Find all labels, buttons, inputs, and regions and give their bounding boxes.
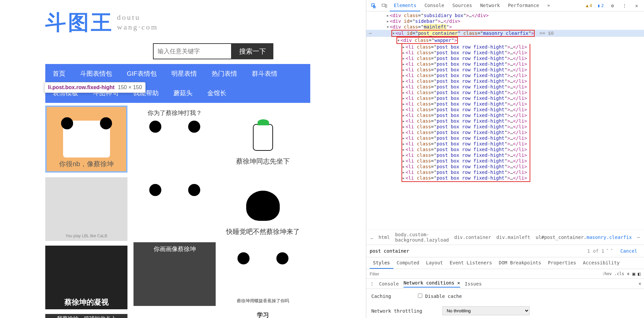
kebab-icon[interactable]: ⋮ xyxy=(619,1,630,10)
list-item[interactable]: 你很nb，像蔡徐坤 xyxy=(45,106,127,173)
find-result: 1 of 1 xyxy=(587,248,604,254)
search-input[interactable] xyxy=(153,43,232,59)
caching-label: Caching xyxy=(371,294,391,299)
caching-row: Caching Disable cache xyxy=(366,289,644,304)
tab-console[interactable]: Console xyxy=(420,0,448,11)
throttling-label: Network throttling xyxy=(371,308,422,314)
meme-image-icon xyxy=(151,187,198,224)
hov-toggle[interactable]: :hov xyxy=(602,271,612,276)
meme-image-icon xyxy=(239,256,286,293)
tooltip-selector: li.post.box.row.fixed-hight xyxy=(48,84,115,90)
tab-network[interactable]: Network xyxy=(476,0,504,11)
tab-accessibility[interactable]: Accessibility xyxy=(580,257,623,269)
gear-icon[interactable]: ⚙ xyxy=(607,1,618,10)
close-tab-icon[interactable]: ✕ xyxy=(457,280,460,285)
styles-filter-row: :hov .cls + ▣ ◧ xyxy=(366,269,644,279)
list-item[interactable]: You play LBL like CaLB xyxy=(45,177,127,241)
list-item[interactable]: 你为了蔡徐坤打我？ xyxy=(133,106,216,169)
svg-rect-0 xyxy=(382,4,385,6)
nav-doutu[interactable]: 斗图表情包 xyxy=(73,64,119,83)
find-next-icon[interactable]: ˅ xyxy=(610,248,613,254)
tab-computed[interactable]: Computed xyxy=(393,257,423,269)
devtools-top-bar: Elements Console Sources Network Perform… xyxy=(366,0,644,11)
meme-image-icon xyxy=(63,121,110,157)
drawer-tab-console[interactable]: Console xyxy=(379,281,399,287)
image-grid: 你很nb，像蔡徐坤 You play LBL like CaLB 蔡徐坤的凝视 … xyxy=(45,106,366,318)
warnings-badge[interactable]: ▲4 xyxy=(584,2,594,9)
list-item[interactable]: 蔡徐坤的凝视 xyxy=(45,246,127,309)
find-input[interactable] xyxy=(370,248,583,254)
list-item[interactable]: 学习 STUDY 才配拥有 xyxy=(222,311,304,318)
tab-performance[interactable]: Performance xyxy=(504,0,543,11)
tab-elements[interactable]: Elements xyxy=(390,0,420,11)
breadcrumb[interactable]: … html body.custom-background.lazyload d… xyxy=(366,230,644,245)
svg-rect-1 xyxy=(385,5,387,7)
styles-tabs: Styles Computed Layout Event Listeners D… xyxy=(366,257,644,269)
device-toggle-icon[interactable] xyxy=(379,1,390,10)
nav-gif[interactable]: GIF表情包 xyxy=(119,64,164,83)
drawer-tab-issues[interactable]: Issues xyxy=(465,281,482,287)
tab-dom-breakpoints[interactable]: DOM Breakpoints xyxy=(495,257,544,269)
drawer-menu-icon[interactable]: ⋮ xyxy=(370,281,374,287)
browser-viewport: 斗图王 doutuwang·com 搜索一下 首页 斗图表情包 GIF表情包 明… xyxy=(0,0,366,318)
find-prev-icon[interactable]: ˄ xyxy=(606,248,608,254)
close-icon[interactable]: ✕ xyxy=(631,1,642,10)
list-item[interactable]: 你画画像蔡徐坤 xyxy=(133,242,216,306)
tab-more-icon[interactable]: » xyxy=(543,0,554,11)
list-item[interactable]: 蔡徐坤同志先坐下 xyxy=(222,106,304,169)
nav-9[interactable]: 蘑菇头 xyxy=(166,83,200,103)
tab-styles[interactable]: Styles xyxy=(370,257,393,269)
tab-event-listeners[interactable]: Event Listeners xyxy=(446,257,495,269)
box-model-icon[interactable]: ▣ xyxy=(632,271,635,276)
logo-text: 斗图王 xyxy=(45,8,114,37)
nav-group[interactable]: 群斗表情 xyxy=(245,64,285,83)
cls-toggle[interactable]: .cls xyxy=(614,271,624,276)
find-cancel-button[interactable]: Cancel xyxy=(617,247,641,255)
list-item[interactable]: 我蔡徐坤一篮球扣你点上 xyxy=(45,314,127,318)
element-tooltip: li.post.box.row.fixed-hight 150 × 150 xyxy=(44,82,146,93)
list-item[interactable]: 蔡徐坤用螺旋香蕉操了你吗 xyxy=(222,242,304,306)
list-item[interactable] xyxy=(133,174,216,238)
tooltip-dimensions: 150 × 150 xyxy=(118,84,142,90)
drawer-tab-network-conditions[interactable]: Network conditions ✕ xyxy=(404,280,460,288)
inspect-icon[interactable] xyxy=(368,1,379,10)
tab-sources[interactable]: Sources xyxy=(448,0,476,11)
nav-10[interactable]: 金馆长 xyxy=(200,83,234,103)
logo-subtext: doutuwang·com xyxy=(117,13,158,32)
nav-hot[interactable]: 热门表情 xyxy=(204,64,245,83)
computed-toggle-icon[interactable]: ◧ xyxy=(638,271,641,276)
add-rule-icon[interactable]: + xyxy=(627,271,630,276)
disable-cache-checkbox[interactable]: Disable cache xyxy=(418,294,462,299)
site-logo: 斗图王 doutuwang·com xyxy=(45,0,366,40)
search-bar: 搜索一下 xyxy=(45,40,366,64)
meme-image-icon xyxy=(151,124,198,161)
nav-star[interactable]: 明星表情 xyxy=(164,64,204,83)
styles-filter-input[interactable] xyxy=(370,271,599,276)
elements-tree[interactable]: ▸<div class="subsidiary box">…</div> ▸<d… xyxy=(366,11,644,230)
drawer-close-icon[interactable]: ✕ xyxy=(639,281,641,286)
nav-home[interactable]: 首页 xyxy=(45,64,73,83)
tab-properties[interactable]: Properties xyxy=(544,257,579,269)
drawer-tabs: ⋮ Console Network conditions ✕ Issues ✕ xyxy=(366,279,644,289)
throttling-select[interactable]: No throttling xyxy=(442,306,530,315)
throttling-row: Network throttling No throttling xyxy=(366,304,644,318)
list-item[interactable] xyxy=(133,311,216,318)
list-item[interactable]: 快睡觉吧不然蔡徐坤来了 xyxy=(222,174,304,238)
selected-node[interactable]: ⋯▾<ul id="post_container" class="masonry… xyxy=(366,30,644,37)
tab-layout[interactable]: Layout xyxy=(423,257,446,269)
search-button[interactable]: 搜索一下 xyxy=(232,43,273,59)
find-bar: 1 of 1 ˄ ˅ Cancel xyxy=(366,245,644,257)
devtools-panel: Elements Console Sources Network Perform… xyxy=(366,0,644,318)
info-badge[interactable]: ▮2 xyxy=(595,2,606,9)
